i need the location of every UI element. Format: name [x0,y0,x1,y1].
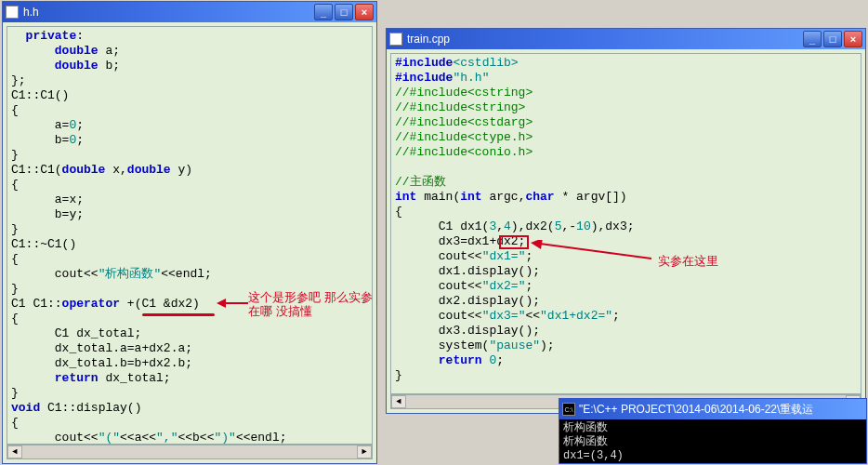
console-window: C:\ "E:\C++ PROJECT\2014-06\2014-06-22\重… [559,398,867,464]
underline-red [142,313,215,316]
horizontal-scrollbar[interactable]: ◄ ► [7,445,373,459]
scroll-right-icon[interactable]: ► [357,445,372,458]
svg-marker-1 [217,299,226,308]
titlebar-console[interactable]: C:\ "E:\C++ PROJECT\2014-06\2014-06-22\重… [559,399,866,419]
minimize-button[interactable]: _ [803,31,822,47]
close-button[interactable]: × [844,31,862,47]
window-train-cpp: train.cpp _ □ × #include<cstdlib>#includ… [386,28,866,414]
titlebar-left[interactable]: h.h _ □ × [3,2,376,22]
code-area[interactable]: private: double a; double b;};C1::C1(){ … [7,27,372,445]
annotation-left: 这个是形参吧 那么实参在哪 没搞懂 [248,290,376,318]
highlight-box [499,235,529,249]
document-icon [6,6,19,19]
code-area[interactable]: #include<cstdlib>#include"h.h"//#include… [391,54,861,385]
annotation-right: 实参在这里 [658,254,718,268]
window-title: h.h [23,6,314,19]
scroll-left-icon[interactable]: ◄ [391,395,406,408]
document-icon [389,33,402,46]
console-title: "E:\C++ PROJECT\2014-06\2014-06-22\重载运 [579,402,863,418]
titlebar-right[interactable]: train.cpp _ □ × [387,29,865,49]
arrow-icon [217,297,248,310]
maximize-button[interactable]: □ [823,31,842,47]
window-title: train.cpp [407,33,803,46]
editor-left[interactable]: private: double a; double b;};C1::C1(){ … [7,26,373,445]
editor-right[interactable]: #include<cstdlib>#include"h.h"//#include… [390,53,861,394]
svg-line-2 [540,244,651,259]
svg-marker-3 [531,240,543,249]
console-icon: C:\ [562,403,575,416]
scroll-track[interactable] [22,445,357,458]
scroll-left-icon[interactable]: ◄ [7,445,22,458]
window-h-h: h.h _ □ × private: double a; double b;};… [2,1,377,464]
console-output: 析构函数 析构函数 dx1=(3,4) [559,419,866,465]
minimize-button[interactable]: _ [314,4,333,20]
close-button[interactable]: × [355,4,374,20]
arrow-icon [531,240,651,262]
maximize-button[interactable]: □ [335,4,353,20]
